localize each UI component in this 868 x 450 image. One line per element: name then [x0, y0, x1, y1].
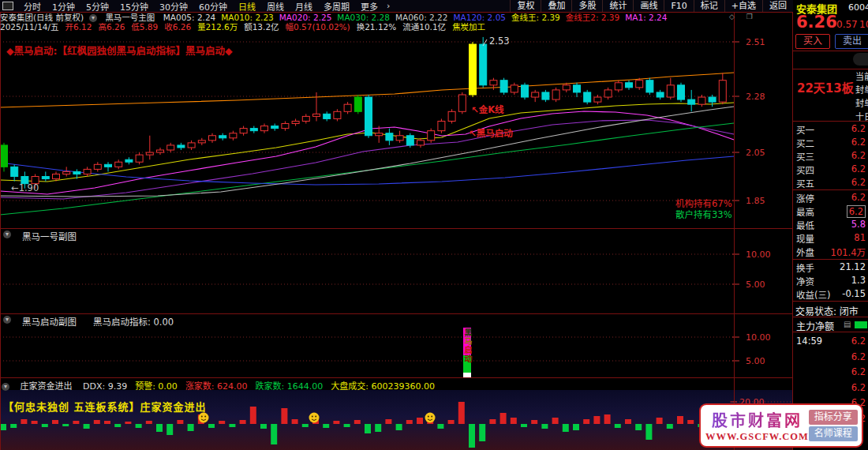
stat-value-4: 101.4万 [831, 246, 866, 258]
menu-item-4[interactable]: 30分钟 [154, 0, 193, 13]
quote-border [792, 0, 793, 450]
menu-item-10[interactable]: 更多 [355, 0, 383, 13]
panel1-axis-label-0: 10.00 [746, 249, 785, 260]
window-icon[interactable] [2, 2, 13, 10]
ma-value-5: MA120: 2.05 [453, 13, 506, 22]
dark-horse-banner: ◆黑马启动:【红枫园独创黑马启动指标】黑马启动◆ [6, 43, 233, 58]
low-price-annotation: ←1.90 [11, 182, 39, 193]
ma-value-6: 金线王: 2.39 [511, 13, 560, 22]
order-label-0: 买一 [796, 123, 814, 136]
panel2-separator [0, 313, 792, 314]
dark-horse-annotation: ↖黑马启动 [469, 126, 513, 139]
stat-label-0: 涨停 [796, 192, 814, 204]
watermark-url: WWW.GSCFW.COM [705, 431, 809, 443]
order-label-2: 买三 [796, 150, 814, 163]
panel3-collapse-icon[interactable]: ▾ [2, 383, 9, 391]
panel1-axis-label-1: 5.00 [746, 279, 785, 290]
toolbar-button-3[interactable]: 统计 [602, 0, 633, 12]
main-indicator-name[interactable]: 黑马一号主图 [105, 13, 155, 22]
panel2-title: 黑马启动副图 [22, 315, 77, 328]
quote-panel: 安泰集团 600408 6.26 0.57 10.02% 买入 卖出 22天13… [793, 0, 868, 450]
list-icon: ▤ [844, 320, 851, 328]
ma-value-7: 金线王2: 2.39 [566, 13, 619, 22]
main-axis-label-0: 2.51 [746, 37, 785, 47]
order-value-2: 6.2 [851, 150, 866, 161]
tick-value-0: 6.2 [851, 336, 866, 347]
ratio-value-2: -0.15 [842, 288, 866, 299]
menu-item-7[interactable]: 周线 [261, 0, 290, 13]
side-label-1: 封单 [855, 83, 868, 96]
stat-label-4: 外盘 [796, 246, 814, 258]
menu-item-0[interactable]: 分时 [18, 0, 47, 13]
menu-item-6[interactable]: 日线 [233, 0, 261, 13]
ma-value-3: MA030: 2.28 [337, 13, 390, 22]
menu-item-9[interactable]: 多周期 [318, 0, 355, 13]
panel3-stat-2: 涨家数: 624.00 [185, 381, 248, 392]
quote-stock-code: 600408 [848, 2, 868, 13]
menu-item-8[interactable]: 月线 [290, 0, 318, 13]
watermark-button-0[interactable]: 指标分享 [809, 410, 858, 425]
menu-item-3[interactable]: 15分钟 [114, 0, 154, 13]
stat-label-2: 最低 [796, 219, 814, 231]
toolbar-button-5[interactable]: F10 [664, 0, 693, 12]
axis-border [734, 12, 735, 450]
order-label-1: 买二 [796, 137, 814, 149]
menu-item-2[interactable]: 5分钟 [80, 0, 114, 13]
toolbar-button-6[interactable]: 标记 [694, 0, 724, 12]
main-force-net-label[interactable]: 主力净额 [796, 319, 834, 332]
toolbar-actions: 复权叠加多股统计画线F10标记+自选返回 [510, 0, 793, 12]
toolbar-button-2[interactable]: 多股 [571, 0, 602, 12]
stat-value-3: 81 [854, 232, 866, 243]
toolbar-button-0[interactable]: 复权 [510, 0, 541, 12]
toolbar-button-7[interactable]: +自选 [724, 0, 762, 12]
order-value-1: 6.2 [851, 137, 866, 148]
watermark-button-1[interactable]: 名师课程 [809, 426, 858, 441]
side-tab[interactable] [853, 53, 868, 66]
stat-value-1: 6.2 [847, 205, 866, 218]
ma-value-4: MA060: 2.22 [395, 13, 448, 22]
date-seg-1: 开6.12 [65, 22, 92, 32]
date-seg-5: 量212.6万 [197, 22, 238, 32]
panel3-stat-3: 跌家数: 1644.00 [256, 381, 324, 392]
signal-char-1: 马 [463, 337, 472, 346]
toolbar-button-1[interactable]: 叠加 [541, 0, 571, 12]
buy-button[interactable]: 买入 [795, 34, 830, 49]
date-seg-3: 低5.89 [131, 22, 158, 32]
order-value-4: 6.2 [851, 177, 866, 188]
tick-value-2: 6.2 [851, 366, 866, 377]
retail-holding-label: 散户持有33% [675, 208, 732, 220]
menu-item-1[interactable]: 1分钟 [47, 0, 80, 13]
ma-value-0: MA005: 2.24 [163, 13, 216, 22]
ratio-value-0: 21.12 [840, 261, 866, 272]
collapse-main-icon[interactable]: ▾ [89, 14, 97, 22]
main-axis-label-3: 1.85 [746, 196, 785, 206]
more-chevron-icon[interactable]: › [383, 1, 393, 11]
peak-price-annotation: 2.53 [489, 36, 510, 47]
sell-button[interactable]: 卖出 [835, 34, 868, 49]
stock-title: 安泰集团(日线 前复权) [0, 13, 84, 22]
ma-value-8: MA1: 2.24 [625, 13, 667, 22]
date-seg-6: 额13.2亿 [244, 22, 279, 32]
main-axis-label-1: 2.28 [746, 92, 785, 102]
signal-char-0: 黑 [463, 328, 472, 337]
tick-value-3: 6.2 [851, 382, 866, 393]
panel1-title: 黑马一号副图 [22, 230, 77, 242]
date-seg-10: 焦炭加工 [452, 22, 485, 32]
panel2-axis-label-0: 10.00 [746, 332, 785, 343]
top-toolbar: 分时1分钟5分钟15分钟30分钟60分钟日线周线月线多周期更多› 复权叠加多股统… [0, 0, 793, 13]
watermark-site-name: 股市财富网 [712, 408, 803, 431]
panel3-title: 庄家资金进出 [21, 381, 73, 392]
menu-item-5[interactable]: 60分钟 [193, 0, 233, 13]
date-seg-8: 换21.12% [357, 22, 397, 32]
watermark-card: 股市财富网 WWW.GSCFW.COM 指标分享名师课程 [699, 403, 863, 448]
toolbar-button-8[interactable]: 返回 [762, 0, 793, 12]
panel2-axis-label-1: 5.00 [746, 356, 785, 366]
date-seg-9: 流通10.1亿 [402, 22, 446, 32]
panel1-separator [0, 228, 792, 229]
chart-corner-icons[interactable]: ◇ ❐ [729, 13, 758, 21]
ratio-value-1: 1.3 [851, 275, 866, 286]
gold-k-annotation: ↖金K线 [471, 103, 504, 115]
period-menu: 分时1分钟5分钟15分钟30分钟60分钟日线周线月线多周期更多› [0, 0, 393, 13]
main-axis-label-2: 2.05 [746, 148, 785, 158]
toolbar-button-4[interactable]: 画线 [633, 0, 664, 12]
